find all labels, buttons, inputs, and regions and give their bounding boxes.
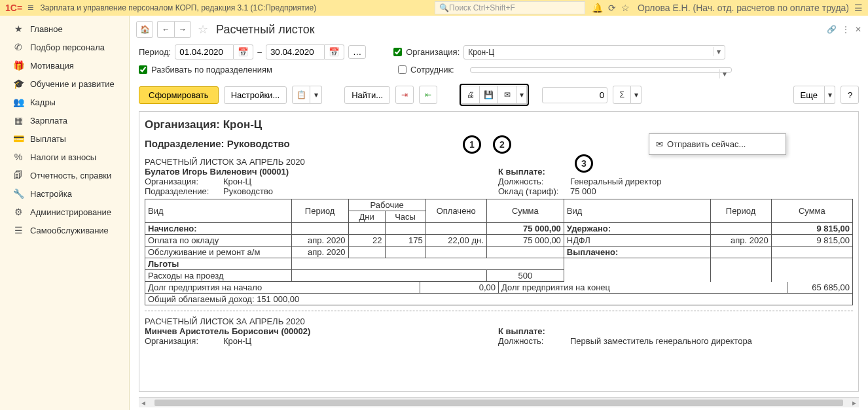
slip2-employee: Минчев Аристотель Борисович (00002) (145, 326, 498, 336)
slip2-title: РАСЧЕТНЫЙ ЛИСТОК ЗА АПРЕЛЬ 2020 (145, 316, 853, 326)
split-checkbox[interactable] (139, 65, 147, 74)
sidebar-item-salary[interactable]: ▦Зарплата (0, 111, 129, 129)
slip2-payout: К выплате: (498, 326, 853, 336)
sidebar-item-payments[interactable]: 💳Выплаты (0, 129, 129, 148)
period-picker-button[interactable]: … (348, 45, 366, 59)
sidebar-item-taxes[interactable]: %Налоги и взносы (0, 148, 129, 166)
date-to-input[interactable] (266, 44, 325, 60)
sidebar-item-admin[interactable]: ⚙Администрирование (0, 203, 129, 221)
forward-button[interactable]: → (174, 21, 191, 38)
slip1-title: РАСЧЕТНЫЙ ЛИСТОК ЗА АПРЕЛЬ 2020 (145, 157, 853, 167)
help-button[interactable]: ? (841, 86, 859, 104)
favorite-icon[interactable]: ☆ (198, 22, 208, 37)
kebab-icon[interactable]: ⋮ (842, 25, 850, 34)
sidebar-item-main[interactable]: ★Главное (0, 20, 129, 38)
main-area: 🏠 ← → ☆ Расчетный листок 🔗 ⋮ ✕ Период: 📅… (130, 16, 868, 410)
wrench-icon: 🔧 (12, 188, 25, 199)
slip1-employee: Булатов Игорь Виленович (00001) (145, 167, 498, 177)
count-input[interactable] (542, 87, 607, 103)
more-menu-button[interactable]: ▾ (825, 86, 835, 104)
date-from-picker[interactable]: 📅 (234, 44, 253, 60)
filters: Период: 📅 – 📅 … Организация: Крон-Ц ▾ (130, 43, 868, 81)
period-label: Период: (139, 47, 171, 57)
emp-checkbox[interactable] (398, 65, 407, 74)
settings-button[interactable]: Настройки... (224, 86, 287, 104)
emp-combo[interactable]: ▾ (470, 67, 732, 73)
search-input[interactable]: 🔍 Поиск Ctrl+Shift+F (435, 1, 585, 14)
emp-label: Сотрудник: (410, 65, 454, 75)
sidebar-item-reports[interactable]: 🗐Отчетность, справки (0, 166, 129, 184)
email-dropdown: ✉ Отправить сейчас... (649, 133, 786, 155)
output-button-group: 🖨 💾 ✉ ▾ (460, 84, 529, 106)
paste-button[interactable]: 📋 (292, 86, 310, 104)
menu-toggle-icon[interactable]: ☰ (854, 3, 863, 13)
search-placeholder: Поиск Ctrl+Shift+F (449, 3, 515, 12)
annotation-circle-3: 3 (575, 154, 593, 173)
org-checkbox[interactable] (393, 48, 402, 56)
gear-icon: ⚙ (12, 207, 25, 217)
bell-icon[interactable]: 🔔 (592, 3, 603, 13)
logo-1c-icon: 1C= (5, 3, 22, 13)
sidebar-item-motivation[interactable]: 🎁Мотивация (0, 56, 129, 75)
sidebar-item-selfservice[interactable]: ☰Самообслуживание (0, 221, 129, 239)
slip1-table: Вид Период Рабочие Оплачено Сумма Вид Пе… (145, 199, 853, 282)
gift-icon: 🎁 (12, 60, 25, 71)
sidebar-item-training[interactable]: 🎓Обучение и развитие (0, 75, 129, 93)
menu-icon[interactable]: ≡ (27, 2, 33, 14)
dash: – (257, 48, 262, 57)
chevron-down-icon[interactable]: ▾ (713, 47, 723, 56)
user-name[interactable]: Орлова Е.Н. (Нач. отд. расчетов по оплат… (638, 3, 849, 13)
page-header: 🏠 ← → ☆ Расчетный листок 🔗 ⋮ ✕ (130, 16, 868, 43)
sidebar-item-hr[interactable]: 👥Кадры (0, 93, 129, 111)
mail-icon: ✉ (656, 139, 663, 149)
expand-button[interactable]: ⇥ (395, 86, 414, 104)
print-button[interactable]: 🖨 (461, 86, 480, 104)
report-org-heading: Организация: Крон-Ц (145, 118, 853, 131)
phone-icon: ✆ (12, 42, 25, 52)
org-combo[interactable]: Крон-Ц ▾ (463, 45, 725, 60)
search-icon: 🔍 (439, 3, 449, 12)
org-label: Организация: (406, 47, 460, 57)
sidebar-item-settings[interactable]: 🔧Настройка (0, 184, 129, 203)
toolbar: Сформировать Настройки... 📋 ▾ Найти... ⇥… (130, 81, 868, 111)
people-icon: 👥 (12, 97, 25, 107)
history-icon[interactable]: ⟳ (608, 3, 616, 13)
slip1-payout: К выплате: (498, 167, 853, 177)
link-icon[interactable]: 🔗 (827, 25, 837, 34)
card-icon: 💳 (12, 133, 25, 144)
star-icon: ★ (12, 24, 25, 34)
app-title: Зарплата и управление персоналом КОРП, р… (40, 3, 316, 12)
annotation-circle-2: 2 (493, 135, 511, 154)
find-button[interactable]: Найти... (344, 86, 390, 104)
sum-menu-button[interactable]: ▾ (631, 86, 642, 104)
chevron-down-icon[interactable]: ▾ (719, 69, 730, 78)
back-button[interactable]: ← (157, 21, 174, 38)
email-button[interactable]: ✉ (498, 86, 516, 104)
close-icon[interactable]: ✕ (855, 25, 861, 34)
sidebar-item-recruit[interactable]: ✆Подбор персонала (0, 38, 129, 56)
send-now-item[interactable]: ✉ Отправить сейчас... (649, 137, 786, 152)
email-menu-button[interactable]: ▾ (516, 86, 527, 104)
title-bar: 1C= ≡ Зарплата и управление персоналом К… (0, 0, 868, 16)
date-to-picker[interactable]: 📅 (325, 44, 344, 60)
list-icon: ☰ (12, 225, 25, 235)
save-button[interactable]: 💾 (480, 86, 498, 104)
star-icon[interactable]: ☆ (621, 3, 630, 13)
sum-button[interactable]: Σ (613, 86, 631, 104)
sidebar: ★Главное ✆Подбор персонала 🎁Мотивация 🎓О… (0, 16, 130, 410)
horizontal-scrollbar[interactable]: ◂ ▸ (139, 397, 859, 407)
annotation-circle-1: 1 (463, 135, 481, 154)
form-button[interactable]: Сформировать (139, 86, 219, 104)
date-from-input[interactable] (175, 44, 234, 60)
scroll-right-icon[interactable]: ▸ (852, 398, 856, 407)
split-label: Разбивать по подразделениям (151, 65, 272, 75)
grid-icon: ▦ (12, 115, 25, 126)
home-button[interactable]: 🏠 (136, 21, 153, 38)
divider (145, 311, 853, 311)
collapse-button[interactable]: ⇤ (419, 86, 437, 104)
more-button[interactable]: Еще (793, 86, 825, 104)
paste-menu-button[interactable]: ▾ (310, 86, 322, 104)
page-title: Расчетный листок (216, 23, 315, 37)
scroll-left-icon[interactable]: ◂ (141, 398, 145, 407)
graduation-icon: 🎓 (12, 78, 25, 89)
